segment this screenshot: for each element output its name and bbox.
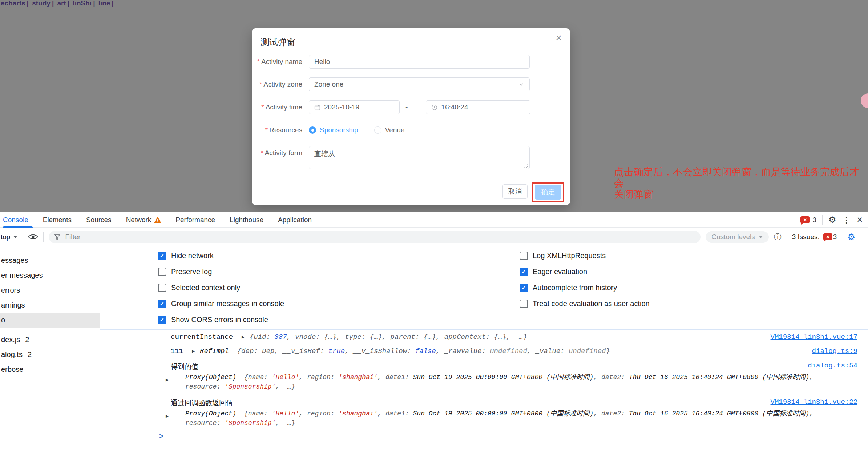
devtools-close-icon[interactable]: ✕: [856, 216, 863, 224]
activity-form-textarea[interactable]: 直辖从: [309, 146, 530, 169]
nav-link-linshi[interactable]: linShi: [73, 0, 92, 7]
issues-count: 3: [833, 233, 837, 241]
screen: echarts| study| art| linShi| line| 测试弹窗 …: [0, 0, 868, 470]
sidebar-item-count: 2: [28, 350, 32, 359]
chevron-down-icon: [518, 81, 524, 87]
filter-box[interactable]: [49, 231, 701, 243]
radio-sponsorship-label: Sponsorship: [320, 126, 358, 134]
tab-lighthouse[interactable]: Lighthouse: [222, 212, 271, 228]
confirm-button[interactable]: 确定: [535, 185, 561, 200]
sidebar-item-user-messages[interactable]: er messages: [0, 268, 100, 283]
checkbox-icon[interactable]: [158, 252, 166, 260]
activity-name-label: *Activity name: [252, 58, 302, 66]
info-icon[interactable]: ⓘ: [774, 232, 782, 242]
option-show-cors[interactable]: Show CORS errors in console: [158, 315, 284, 324]
option-autocomplete-history[interactable]: Autocomplete from history: [520, 283, 650, 292]
log-entry-callback-return: 通过回调函数返回值 VM19814 linShi.vue:22 ▶ Proxy(…: [100, 394, 868, 429]
expand-arrow-icon[interactable]: ▶: [166, 413, 169, 419]
checkbox-icon[interactable]: [520, 300, 528, 308]
sidebar-item-verbose[interactable]: erbose: [0, 362, 100, 377]
console-settings-drawer: Hide network Preserve log Selected conte…: [100, 246, 868, 330]
settings-gear-icon[interactable]: ⚙: [828, 216, 836, 224]
clock-icon: [431, 104, 437, 111]
required-mark: *: [257, 58, 260, 65]
console-toolbar: top Custom levels ⓘ 3 Issues: ✕ 3 ⚙: [0, 228, 868, 246]
option-preserve-log[interactable]: Preserve log: [158, 267, 284, 276]
activity-name-input[interactable]: [309, 55, 530, 69]
resources-label: *Resources: [252, 126, 302, 134]
source-link[interactable]: dialog.ts:9: [812, 347, 857, 355]
warning-triangle-icon: [154, 217, 161, 223]
sidebar-item-count: 2: [25, 336, 29, 344]
sidebar-item-dialogts[interactable]: alog.ts2: [0, 347, 100, 362]
checkbox-icon[interactable]: [520, 268, 528, 276]
option-treat-eval-user-action[interactable]: Treat code evaluation as user action: [520, 299, 650, 308]
sidebar-item-info[interactable]: o: [0, 313, 100, 328]
issues-counter[interactable]: 3 Issues: ✕ 3: [792, 233, 837, 241]
console-messages: currentInstance ▶ {uid: 387, vnode: {…},…: [100, 330, 868, 444]
expand-arrow-icon[interactable]: ▶: [166, 377, 169, 383]
option-log-xhr[interactable]: Log XMLHttpRequests: [520, 251, 650, 260]
checkbox-icon[interactable]: [158, 300, 166, 308]
radio-venue-label: Venue: [385, 126, 405, 134]
log-levels-dropdown[interactable]: Custom levels: [706, 231, 768, 243]
cancel-button[interactable]: 取消: [502, 184, 528, 199]
nav-separator: |: [112, 0, 114, 7]
tab-performance[interactable]: Performance: [168, 212, 222, 228]
kebab-menu-icon[interactable]: ⋮: [842, 216, 851, 224]
expand-arrow-icon[interactable]: ▶: [192, 348, 195, 354]
field-activity-name: *Activity name: [252, 55, 570, 69]
checkbox-icon[interactable]: [158, 268, 166, 276]
annotation-text: 点击确定后，不会立即关闭弹窗，而是等待业务完成后才会 关闭弹窗: [614, 166, 868, 200]
settings-column-left: Hide network Preserve log Selected conte…: [158, 251, 284, 324]
sidebar-item-errors[interactable]: errors: [0, 283, 100, 298]
radio-venue[interactable]: Venue: [374, 126, 405, 134]
tab-elements[interactable]: Elements: [36, 212, 79, 228]
activity-zone-label: *Activity zone: [252, 80, 302, 88]
option-selected-context-only[interactable]: Selected context only: [158, 283, 284, 292]
live-expression-eye-icon[interactable]: [28, 233, 38, 240]
nav-link-art[interactable]: art: [57, 0, 66, 7]
resources-radio-group: Sponsorship Venue: [309, 126, 405, 134]
field-activity-zone: *Activity zone Zone one: [252, 77, 570, 91]
radio-sponsorship[interactable]: Sponsorship: [309, 126, 358, 134]
console-settings-gear-icon[interactable]: ⚙: [847, 233, 855, 241]
expand-arrow-icon[interactable]: ▶: [242, 334, 245, 340]
context-selector[interactable]: top: [1, 233, 17, 241]
activity-time-input[interactable]: 16:40:24: [426, 100, 530, 114]
tab-network[interactable]: Network: [119, 212, 169, 228]
checkbox-icon[interactable]: [520, 284, 528, 292]
source-link[interactable]: dialog.ts:54: [808, 362, 857, 370]
activity-zone-select[interactable]: Zone one: [309, 77, 530, 91]
divider: [43, 232, 44, 242]
source-link[interactable]: VM19814 linShi.vue:22: [771, 398, 857, 406]
top-nav: echarts| study| art| linShi| line|: [1, 0, 115, 7]
checkbox-icon[interactable]: [158, 284, 166, 292]
error-badge-icon[interactable]: ✕: [800, 216, 810, 223]
tab-sources[interactable]: Sources: [79, 212, 119, 228]
option-hide-network[interactable]: Hide network: [158, 251, 284, 260]
sidebar-item-messages[interactable]: essages: [0, 253, 100, 268]
nav-link-line[interactable]: line: [98, 0, 110, 7]
activity-date-input[interactable]: 2025-10-19: [309, 100, 400, 114]
checkbox-icon[interactable]: [158, 316, 166, 324]
nav-separator: |: [52, 0, 54, 7]
filter-input[interactable]: [64, 233, 695, 241]
sidebar-item-warnings[interactable]: arnings: [0, 298, 100, 313]
source-link[interactable]: VM19814 linShi.vue:17: [771, 333, 857, 341]
option-eager-evaluation[interactable]: Eager evaluation: [520, 267, 650, 276]
divider: [23, 232, 23, 242]
annotation-line-1: 点击确定后，不会立即关闭弹窗，而是等待业务完成后才会: [614, 166, 868, 189]
nav-link-study[interactable]: study: [32, 0, 51, 7]
tab-console[interactable]: Console: [0, 212, 36, 228]
option-group-similar[interactable]: Group similar messages in console: [158, 299, 284, 308]
sidebar-item-indexjs[interactable]: dex.js2: [0, 332, 100, 347]
checkbox-icon[interactable]: [520, 252, 528, 260]
nav-link-echarts[interactable]: echarts: [1, 0, 25, 7]
tab-application[interactable]: Application: [271, 212, 319, 228]
nav-separator: |: [68, 0, 69, 7]
pink-circle-decoration: [861, 93, 868, 108]
console-prompt[interactable]: >: [100, 429, 868, 444]
resize-handle-icon[interactable]: [524, 164, 528, 168]
dialog-close-icon[interactable]: ✕: [556, 34, 562, 42]
